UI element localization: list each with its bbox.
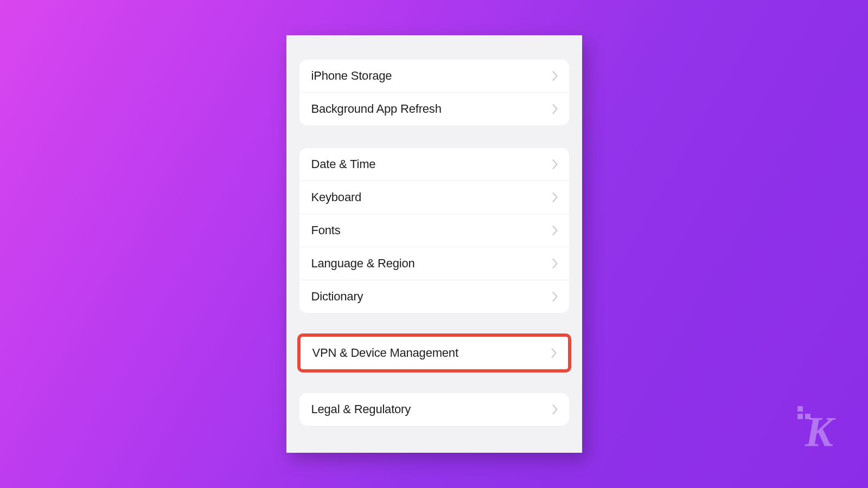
row-dictionary[interactable]: Dictionary: [299, 280, 569, 313]
chevron-right-icon: [552, 226, 558, 235]
settings-group-legal: Legal & Regulatory: [299, 393, 569, 426]
row-iphone-storage[interactable]: iPhone Storage: [299, 60, 569, 92]
row-legal-regulatory[interactable]: Legal & Regulatory: [299, 393, 569, 426]
settings-group-vpn: VPN & Device Management: [297, 333, 571, 373]
row-label: Keyboard: [311, 190, 362, 204]
row-date-time[interactable]: Date & Time: [299, 148, 569, 181]
row-vpn-device-management[interactable]: VPN & Device Management: [301, 337, 568, 369]
chevron-right-icon: [552, 192, 558, 202]
chevron-right-icon: [552, 159, 558, 169]
chevron-right-icon: [552, 292, 558, 301]
row-label: Fonts: [311, 223, 341, 237]
row-label: Background App Refresh: [311, 102, 442, 116]
row-label: iPhone Storage: [311, 69, 392, 83]
chevron-right-icon: [551, 348, 557, 358]
row-fonts[interactable]: Fonts: [299, 214, 569, 247]
row-language-region[interactable]: Language & Region: [299, 247, 569, 280]
chevron-right-icon: [552, 404, 558, 414]
settings-panel: iPhone Storage Background App Refresh Da…: [286, 35, 582, 453]
row-label: Date & Time: [311, 157, 376, 171]
row-background-app-refresh[interactable]: Background App Refresh: [299, 92, 569, 125]
watermark: K: [805, 410, 830, 453]
chevron-right-icon: [552, 104, 558, 114]
settings-group-locale: Date & Time Keyboard Fonts Language & Re…: [299, 148, 569, 313]
row-label: Legal & Regulatory: [311, 402, 411, 416]
row-keyboard[interactable]: Keyboard: [299, 181, 569, 214]
chevron-right-icon: [552, 71, 558, 81]
settings-group-storage: iPhone Storage Background App Refresh: [299, 60, 569, 125]
row-label: VPN & Device Management: [312, 346, 458, 360]
chevron-right-icon: [552, 259, 558, 268]
row-label: Language & Region: [311, 256, 415, 271]
row-label: Dictionary: [311, 290, 363, 304]
